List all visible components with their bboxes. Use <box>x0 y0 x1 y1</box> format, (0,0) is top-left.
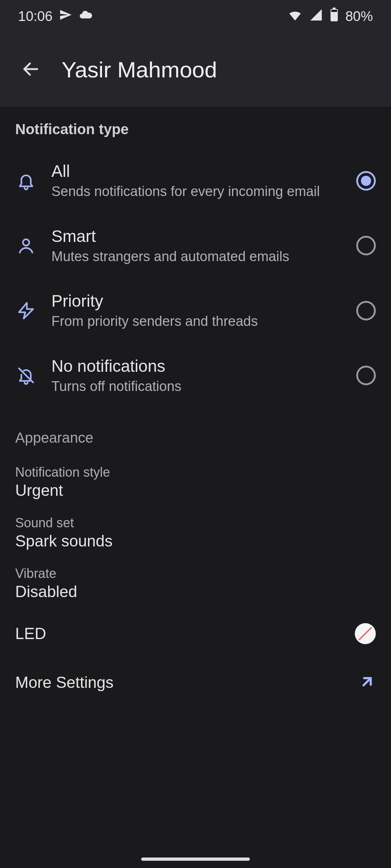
option-title: No notifications <box>51 356 342 376</box>
status-right: 80% <box>287 7 373 26</box>
row-led[interactable]: LED <box>0 609 391 659</box>
send-icon <box>59 8 72 25</box>
page-title: Yasir Mahmood <box>62 57 217 82</box>
notification-option-none[interactable]: No notifications Turns off notifications <box>0 343 391 408</box>
notification-option-priority[interactable]: Priority From priority senders and threa… <box>0 278 391 343</box>
row-value: Urgent <box>15 481 376 499</box>
bell-off-icon <box>15 365 37 386</box>
radio-all[interactable] <box>356 171 376 191</box>
option-title: Priority <box>51 291 342 311</box>
option-subtitle: Turns off notifications <box>51 378 342 395</box>
battery-percent: 80% <box>345 9 373 24</box>
wifi-icon <box>287 7 303 26</box>
option-title: All <box>51 161 342 181</box>
section-header-notification-type: Notification type <box>0 107 391 148</box>
radio-smart[interactable] <box>356 236 376 255</box>
row-more-settings[interactable]: More Settings <box>0 659 391 706</box>
person-icon <box>15 235 37 256</box>
svg-marker-5 <box>19 303 33 318</box>
led-none-icon <box>355 623 376 644</box>
section-header-appearance: Appearance <box>0 408 391 457</box>
status-time: 10:06 <box>18 9 52 24</box>
notification-option-smart[interactable]: Smart Mutes strangers and automated emai… <box>0 213 391 278</box>
row-notification-style[interactable]: Notification style Urgent <box>0 457 391 507</box>
option-title: Smart <box>51 226 342 246</box>
row-label: LED <box>15 625 46 643</box>
svg-point-4 <box>23 239 29 246</box>
row-value: Disabled <box>15 583 376 601</box>
signal-icon <box>309 8 323 25</box>
app-bar: Yasir Mahmood <box>0 33 391 107</box>
radio-priority[interactable] <box>356 301 376 320</box>
row-label: Sound set <box>15 515 376 531</box>
svg-rect-1 <box>333 8 336 9</box>
option-subtitle: Sends notifications for every incoming e… <box>51 183 342 200</box>
row-sound-set[interactable]: Sound set Spark sounds <box>0 507 391 558</box>
battery-icon <box>329 8 339 25</box>
row-value: Spark sounds <box>15 532 376 550</box>
row-label: Vibrate <box>15 566 376 581</box>
cloud-icon <box>79 8 93 25</box>
radio-none[interactable] <box>356 366 376 385</box>
row-label: Notification style <box>15 465 376 480</box>
notification-option-all[interactable]: All Sends notifications for every incomi… <box>0 148 391 213</box>
status-bar: 10:06 80% <box>0 0 391 33</box>
lightning-icon <box>15 300 37 322</box>
row-vibrate[interactable]: Vibrate Disabled <box>0 558 391 609</box>
home-indicator[interactable] <box>141 858 250 861</box>
svg-rect-2 <box>331 10 337 12</box>
back-button[interactable] <box>18 57 43 82</box>
arrow-up-right-icon <box>358 673 376 692</box>
option-subtitle: From priority senders and threads <box>51 313 342 330</box>
option-subtitle: Mutes strangers and automated emails <box>51 248 342 265</box>
arrow-left-icon <box>21 59 41 80</box>
row-label: More Settings <box>15 673 113 692</box>
bell-icon <box>15 170 37 192</box>
status-left: 10:06 <box>18 8 93 25</box>
